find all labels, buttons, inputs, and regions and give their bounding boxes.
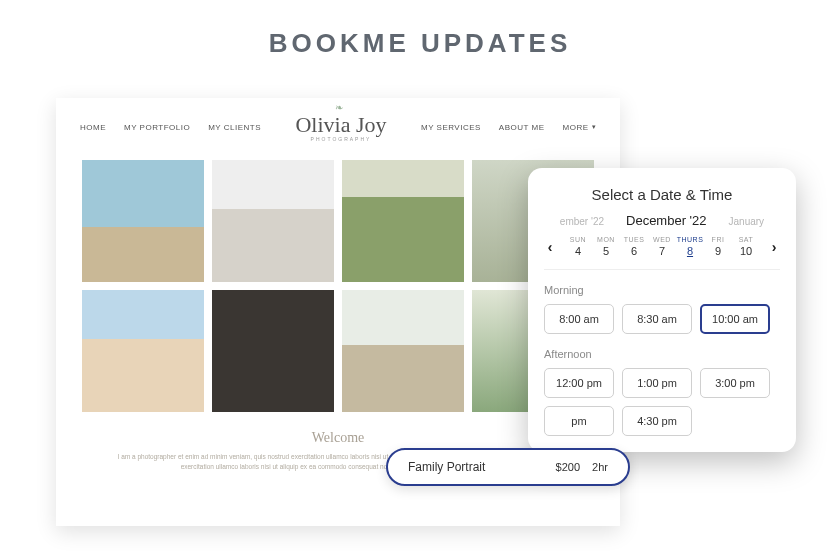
day-abbr: MON [592, 236, 620, 243]
site-nav: HOME MY PORTFOLIO MY CLIENTS ❧ Olivia Jo… [56, 98, 620, 146]
logo-main-text: Olivia Joy [295, 112, 386, 137]
logo-text: ❧ Olivia Joy [261, 112, 421, 138]
day-abbr: WED [648, 236, 676, 243]
booking-panel: Select a Date & Time ember '22 December … [528, 168, 796, 452]
day-num: 8 [676, 245, 704, 257]
gallery-item[interactable] [212, 160, 334, 282]
booking-title: Select a Date & Time [544, 186, 780, 203]
welcome-title: Welcome [102, 430, 574, 446]
day-abbr: SAT [732, 236, 760, 243]
nav-right-group: MY SERVICES ABOUT ME MORE ▾ [421, 123, 596, 132]
day-col[interactable]: FRI9 [704, 236, 732, 257]
afternoon-slots: 12:00 pm 1:00 pm 3:00 pm pm 4:30 pm [544, 368, 780, 436]
gallery-item[interactable] [342, 290, 464, 412]
nav-link-portfolio[interactable]: MY PORTFOLIO [124, 123, 190, 132]
day-num: 6 [620, 245, 648, 257]
service-name: Family Portrait [408, 460, 485, 474]
day-num: 5 [592, 245, 620, 257]
day-col[interactable]: SUN4 [564, 236, 592, 257]
day-col[interactable]: SAT10 [732, 236, 760, 257]
day-abbr: FRI [704, 236, 732, 243]
time-slot[interactable]: 3:00 pm [700, 368, 770, 398]
day-num: 9 [704, 245, 732, 257]
time-slot[interactable]: 4:30 pm [622, 406, 692, 436]
time-slot-selected[interactable]: 10:00 am [700, 304, 770, 334]
chevron-down-icon: ▾ [592, 123, 597, 131]
day-col-selected[interactable]: THURS8 [676, 236, 704, 257]
service-meta: $200 2hr [556, 461, 608, 473]
time-slot[interactable]: 8:30 am [622, 304, 692, 334]
month-current: December '22 [626, 213, 707, 228]
time-slot[interactable]: 1:00 pm [622, 368, 692, 398]
day-num: 4 [564, 245, 592, 257]
day-num: 7 [648, 245, 676, 257]
day-col[interactable]: WED7 [648, 236, 676, 257]
nav-link-home[interactable]: HOME [80, 123, 106, 132]
service-pill[interactable]: Family Portrait $200 2hr [386, 448, 630, 486]
day-abbr: TUES [620, 236, 648, 243]
nav-link-services[interactable]: MY SERVICES [421, 123, 481, 132]
nav-left-group: HOME MY PORTFOLIO MY CLIENTS [80, 123, 261, 132]
nav-link-more[interactable]: MORE ▾ [563, 123, 597, 132]
afternoon-label: Afternoon [544, 348, 780, 360]
afternoon-section: Afternoon 12:00 pm 1:00 pm 3:00 pm pm 4:… [544, 348, 780, 436]
time-slot[interactable]: 12:00 pm [544, 368, 614, 398]
day-num: 10 [732, 245, 760, 257]
page-heading: BOOKME UPDATES [0, 28, 840, 59]
month-selector: ember '22 December '22 January [544, 213, 780, 228]
week-row: ‹ SUN4 MON5 TUES6 WED7 THURS8 FRI9 SAT10… [544, 236, 780, 270]
gallery-item[interactable] [342, 160, 464, 282]
day-col[interactable]: TUES6 [620, 236, 648, 257]
chevron-right-icon[interactable]: › [768, 239, 780, 255]
nav-link-about[interactable]: ABOUT ME [499, 123, 545, 132]
gallery-item[interactable] [82, 290, 204, 412]
service-duration: 2hr [592, 461, 608, 473]
day-abbr: SUN [564, 236, 592, 243]
leaf-icon: ❧ [335, 102, 343, 113]
time-slot[interactable]: 8:00 am [544, 304, 614, 334]
morning-label: Morning [544, 284, 780, 296]
site-logo[interactable]: ❧ Olivia Joy PHOTOGRAPHY [261, 112, 421, 142]
month-prev[interactable]: ember '22 [560, 216, 604, 227]
month-next[interactable]: January [729, 216, 765, 227]
nav-more-label: MORE [563, 123, 589, 132]
day-abbr: THURS [676, 236, 704, 243]
chevron-left-icon[interactable]: ‹ [544, 239, 556, 255]
morning-section: Morning 8:00 am 8:30 am 10:00 am [544, 284, 780, 334]
gallery-item[interactable] [212, 290, 334, 412]
days-strip: SUN4 MON5 TUES6 WED7 THURS8 FRI9 SAT10 [564, 236, 760, 257]
time-slot[interactable]: pm [544, 406, 614, 436]
gallery-item[interactable] [82, 160, 204, 282]
nav-link-clients[interactable]: MY CLIENTS [208, 123, 261, 132]
service-price: $200 [556, 461, 580, 473]
morning-slots: 8:00 am 8:30 am 10:00 am [544, 304, 780, 334]
day-col[interactable]: MON5 [592, 236, 620, 257]
